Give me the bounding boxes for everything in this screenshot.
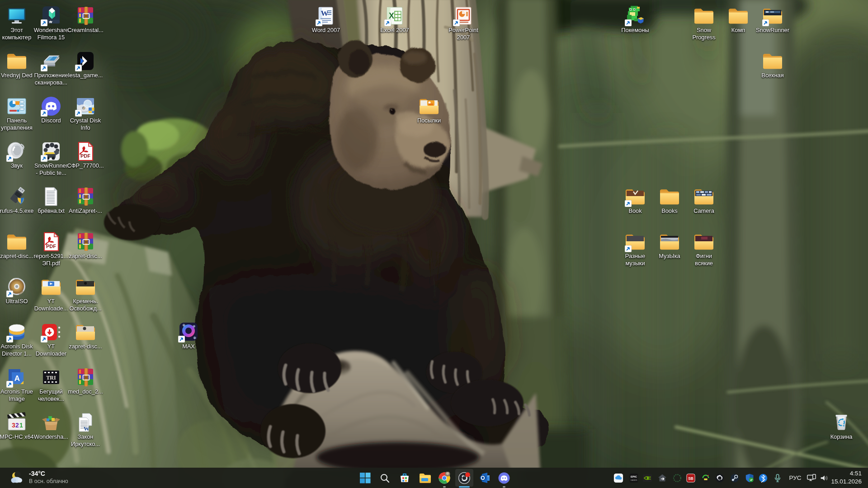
svg-text:SB: SB bbox=[688, 477, 693, 481]
svg-text:EPIC: EPIC bbox=[631, 475, 637, 478]
svg-text:PDF: PDF bbox=[46, 244, 56, 249]
svg-text:A: A bbox=[14, 374, 20, 383]
svg-text:PDF: PDF bbox=[80, 153, 90, 159]
svg-text:GAMES: GAMES bbox=[631, 479, 637, 481]
svg-text:W: W bbox=[84, 425, 90, 432]
svg-text:1: 1 bbox=[19, 422, 23, 429]
svg-text:❄: ❄ bbox=[182, 323, 186, 328]
svg-text:3: 3 bbox=[12, 422, 15, 429]
svg-text:TRI: TRI bbox=[46, 375, 56, 381]
svg-text:❄: ❄ bbox=[193, 336, 197, 340]
svg-text:X: X bbox=[389, 11, 394, 20]
svg-text:2: 2 bbox=[15, 422, 19, 429]
svg-text:W: W bbox=[321, 9, 329, 18]
svg-text:O: O bbox=[481, 475, 485, 481]
svg-text:❄: ❄ bbox=[193, 324, 196, 328]
